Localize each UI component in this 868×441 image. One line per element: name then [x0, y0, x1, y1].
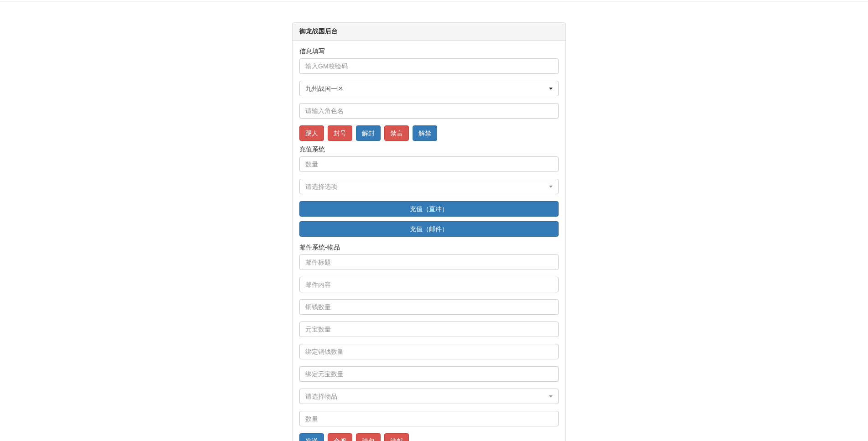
kick-button[interactable]: 踢人: [299, 125, 324, 141]
recharge-mail-button[interactable]: 充值（邮件）: [299, 221, 559, 237]
mail-item-qty-input[interactable]: [299, 411, 559, 426]
mail-title-input[interactable]: [299, 254, 559, 270]
recharge-option-placeholder: 请选择选项: [305, 182, 337, 191]
send-button[interactable]: 发送: [299, 433, 324, 441]
caret-down-icon: [549, 88, 553, 90]
mail-gold-input[interactable]: [299, 322, 559, 337]
server-select-value: 九州战国一区: [305, 84, 344, 93]
unmute-button[interactable]: 解禁: [413, 125, 437, 141]
role-name-input[interactable]: [299, 103, 559, 119]
mail-item-select[interactable]: 请选择物品: [299, 389, 559, 404]
panel-body: 信息填写 九州战国一区 踢人 封号 解封 禁言 解禁 充值系统 请选择选项: [293, 41, 565, 441]
recharge-amount-input[interactable]: [299, 156, 559, 172]
clear-bag-button[interactable]: 清包: [356, 433, 381, 441]
gm-code-input[interactable]: [299, 58, 559, 74]
recharge-option-select[interactable]: 请选择选项: [299, 179, 559, 194]
server-select[interactable]: 九州战国一区: [299, 81, 559, 96]
all-server-button[interactable]: 全服: [328, 433, 352, 441]
info-section-label: 信息填写: [299, 47, 559, 56]
mail-action-row: 发送 全服 清包 清邮: [299, 433, 559, 441]
recharge-section-label: 充值系统: [299, 145, 559, 154]
ban-button[interactable]: 封号: [328, 125, 352, 141]
admin-panel: 御龙战国后台 信息填写 九州战国一区 踢人 封号 解封 禁言 解禁 充值系统: [292, 22, 566, 441]
info-action-row: 踢人 封号 解封 禁言 解禁: [299, 125, 559, 141]
caret-down-icon: [549, 186, 553, 188]
panel-title: 御龙战国后台: [293, 23, 565, 41]
mail-section-label: 邮件系统-物品: [299, 244, 559, 252]
mail-item-select-placeholder: 请选择物品: [305, 392, 337, 401]
recharge-direct-button[interactable]: 充值（直冲）: [299, 201, 559, 217]
caret-down-icon: [549, 395, 553, 398]
unban-button[interactable]: 解封: [356, 125, 381, 141]
mail-content-input[interactable]: [299, 277, 559, 292]
clear-mail-button[interactable]: 清邮: [384, 433, 409, 441]
mail-bind-copper-input[interactable]: [299, 344, 559, 359]
mail-copper-input[interactable]: [299, 299, 559, 315]
top-divider: [0, 1, 868, 2]
mail-bind-gold-input[interactable]: [299, 366, 559, 382]
mute-button[interactable]: 禁言: [384, 125, 409, 141]
